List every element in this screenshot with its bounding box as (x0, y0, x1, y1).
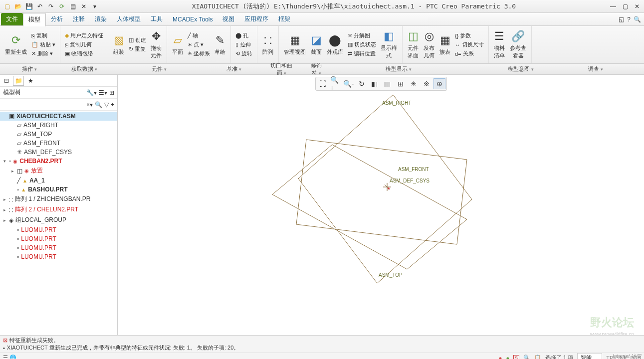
tree-item[interactable]: ▫LUOMU.PRT (0, 225, 117, 234)
qat-dropdown[interactable]: ▾ (90, 1, 100, 11)
paste-button[interactable]: 📋粘贴▾ (30, 40, 57, 49)
redo-button[interactable]: ↷ (46, 1, 56, 11)
switchstate-button[interactable]: ▥切换状态 (346, 40, 378, 49)
ribbon-minimize-icon[interactable]: ◱ (619, 16, 624, 23)
relation-button[interactable]: d=关系 (453, 49, 485, 58)
clipboard-icon[interactable]: 📋 (534, 355, 541, 359)
pattern-button[interactable]: ⸬阵列 (260, 33, 275, 57)
point-button[interactable]: ∗点▾ (186, 40, 212, 49)
tab-mcadex[interactable]: MCADEx Tools (168, 14, 217, 25)
tab-annotate[interactable]: 注释 (68, 13, 90, 25)
tree-item[interactable]: ✳ASM_DEF_CSYS (0, 148, 117, 157)
tab-tools[interactable]: 工具 (146, 13, 168, 25)
csys-button[interactable]: ✳坐标系 (186, 49, 212, 58)
create-button[interactable]: ◫创建 (127, 36, 148, 44)
favorites-tab[interactable]: ★ (25, 76, 36, 86)
tree-item[interactable]: ▣XIAOTUICHECT.ASM (0, 112, 117, 121)
regenerate-button[interactable]: ⟳重新生成 (3, 33, 29, 57)
tree-add-icon[interactable]: + (111, 101, 114, 108)
family-button[interactable]: ▦族表 (437, 33, 452, 57)
tab-view[interactable]: 视图 (217, 13, 239, 25)
repeat-button[interactable]: ↻重复 (127, 45, 148, 53)
editpos-button[interactable]: ⇄编辑位置 (346, 49, 378, 58)
search-icon[interactable]: 🔍 (634, 16, 641, 23)
tab-model[interactable]: 模型 (23, 13, 46, 26)
copygeom-button[interactable]: ⎘复制几何 (63, 40, 105, 49)
filter-label[interactable]: 智能 (577, 353, 602, 359)
tree-show-icon[interactable]: ☰▾ (99, 89, 107, 96)
grplabel-investigate[interactable]: 调查 (576, 64, 616, 74)
copy-button[interactable]: ⎘复制 (30, 31, 57, 40)
file-menu[interactable]: 文件 (1, 13, 23, 25)
tree-item[interactable]: ▱ASM_TOP (0, 130, 117, 139)
help-icon[interactable]: ? (627, 16, 631, 23)
dragcomp-button[interactable]: ✥拖动 元件 (149, 29, 164, 60)
axis-button[interactable]: ╱轴 (186, 31, 212, 40)
tree-item[interactable]: ▸⸬阵列 2 / CHELUN2.PRT (0, 204, 117, 215)
tab-analysis[interactable]: 分析 (46, 13, 68, 25)
explode-button[interactable]: ⤧分解图 (346, 31, 378, 40)
minimize-button[interactable]: — (608, 1, 618, 11)
windows-button[interactable]: ▤ (68, 1, 78, 11)
tree-filter-icon[interactable]: ▽ (104, 101, 109, 108)
delete-button[interactable]: ✕删除▾ (30, 49, 57, 58)
tab-render[interactable]: 渲染 (90, 13, 112, 25)
assemble-button[interactable]: ▧组装 (111, 33, 126, 57)
msg-log-icon[interactable]: ☰ (3, 355, 8, 359)
appearance-button[interactable]: ⬤外观库 (325, 33, 345, 57)
graphics-area[interactable]: ⛶ 🔍+ 🔍- ↻ ◧ ▦ ⊞ ✳ ※ ⊕ ASM_RIGHT ASM_FRON… (118, 75, 644, 345)
section-button[interactable]: ◪截面 (309, 33, 324, 57)
tab-framework[interactable]: 框架 (273, 13, 295, 25)
shrinkwrap-button[interactable]: ▣收缩包络 (63, 49, 105, 58)
grplabel-modelintent[interactable]: 模型意图 (466, 64, 576, 74)
grplabel-getdata[interactable]: 获取数据 (57, 64, 112, 74)
folder-browser-tab[interactable]: 📁 (13, 76, 24, 86)
find-icon[interactable]: 🔍 (523, 355, 530, 359)
regen-button[interactable]: ⟳ (57, 1, 67, 11)
close-button[interactable]: ✕ (632, 1, 642, 11)
maximize-button[interactable]: ▢ (620, 1, 630, 11)
hole-button[interactable]: ⬤孔 (234, 31, 254, 40)
model-tree[interactable]: ▣XIAOTUICHECT.ASM▱ASM_RIGHT▱ASM_TOP▱ASM_… (0, 111, 117, 337)
tree-item[interactable]: ▱ASM_FRONT (0, 139, 117, 148)
tree-item[interactable]: ▫LUOMU.PRT (0, 252, 117, 261)
tree-item[interactable]: ╱▲AA_1 (0, 176, 117, 185)
tree-display-icon[interactable]: ⊞ (109, 89, 114, 96)
tab-applications[interactable]: 应用程序 (239, 13, 273, 25)
tree-close-icon[interactable]: ×▾ (86, 101, 93, 108)
open-button[interactable]: 📂 (13, 1, 23, 11)
revolve-button[interactable]: ⟲旋转 (234, 49, 254, 58)
browser-icon[interactable]: 🌐 (9, 355, 16, 359)
displaystyle-button[interactable]: ◧显示样 式 (379, 29, 399, 60)
grplabel-operate[interactable]: 操作 (2, 64, 57, 74)
save-button[interactable]: 💾 (24, 1, 34, 11)
refviewer-button[interactable]: 🔗参考查 看器 (508, 29, 528, 60)
tree-item[interactable]: ▾▫◉CHEBAN2.PRT (0, 157, 117, 166)
tab-manikin[interactable]: 人体模型 (112, 13, 146, 25)
grplabel-component[interactable]: 元件 (112, 64, 207, 74)
tree-item[interactable]: ▱ASM_RIGHT (0, 121, 117, 130)
plane-button[interactable]: ▱平面 (170, 33, 185, 57)
param-button[interactable]: {}参数 (453, 31, 485, 40)
sketch-button[interactable]: ✎草绘 (213, 33, 227, 57)
bom-button[interactable]: ☰物料 清单 (492, 29, 507, 60)
manageviews-button[interactable]: ▦管理视图 (282, 33, 308, 57)
close-window-button[interactable]: ✕ (79, 1, 89, 11)
switchdim-button[interactable]: ↔切换尺寸 (453, 40, 485, 49)
tree-item[interactable]: ▸◈组LOCAL_GROUP (0, 215, 117, 225)
extrude-button[interactable]: ▯拉伸 (234, 40, 254, 49)
tree-item[interactable]: ▸⸬阵列 1 / ZHICHENGBAN.PR (0, 194, 117, 204)
new-button[interactable]: ▢ (2, 1, 12, 11)
tree-item[interactable]: ▫▲BASHOU.PRT (0, 185, 117, 194)
tree-item[interactable]: ▫LUOMU.PRT (0, 234, 117, 243)
undo-button[interactable]: ↶ (35, 1, 45, 11)
tree-item[interactable]: ▫LUOMU.PRT (0, 243, 117, 252)
grplabel-modeldisplay[interactable]: 模型显示 (331, 64, 466, 74)
model-tree-tab[interactable]: ⊟ (1, 76, 12, 86)
tree-find-icon[interactable]: 🔍 (95, 101, 102, 108)
tree-settings-icon[interactable]: 🔧▾ (86, 89, 97, 96)
pubgeom-button[interactable]: ◎发布 几何 (422, 29, 436, 60)
compif-button[interactable]: ◫元件 界面 (406, 29, 421, 60)
grplabel-datum[interactable]: 基准 (207, 64, 261, 74)
tree-item[interactable]: ▸◫◉放置 (0, 166, 117, 176)
